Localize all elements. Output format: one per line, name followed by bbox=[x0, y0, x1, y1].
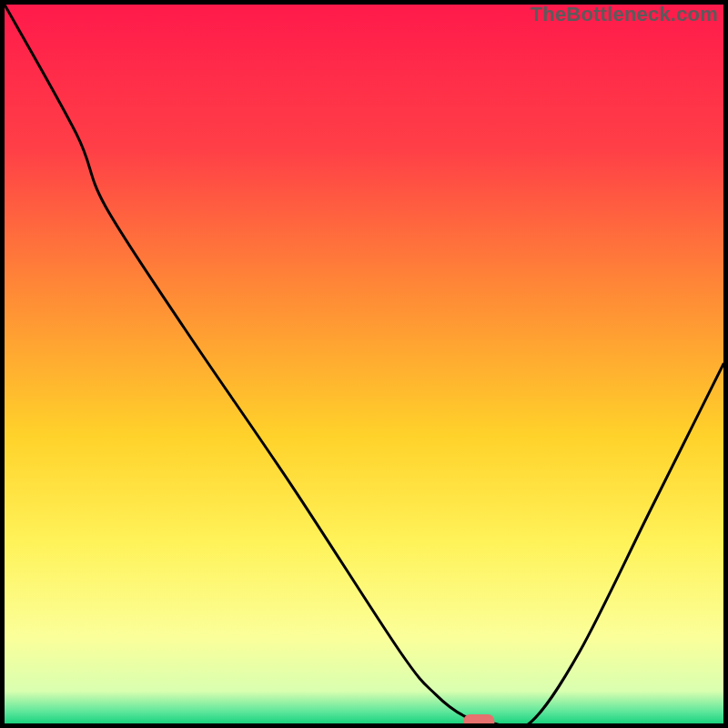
gradient-background bbox=[5, 5, 723, 723]
optimal-marker bbox=[463, 714, 494, 723]
watermark-text: TheBottleneck.com bbox=[531, 3, 718, 26]
chart-frame: TheBottleneck.com bbox=[0, 0, 728, 728]
bottleneck-chart bbox=[5, 5, 723, 723]
